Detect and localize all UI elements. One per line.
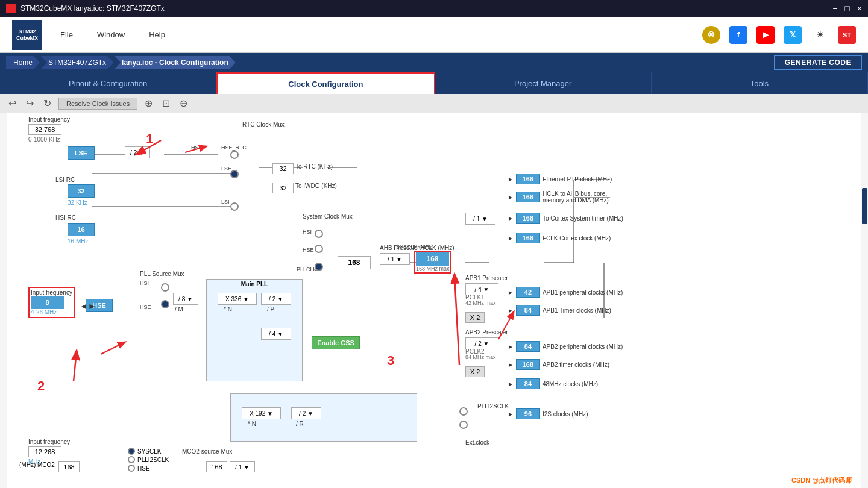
mco2-output-val: 168	[58, 461, 80, 472]
zoom-out-button[interactable]: ⊖	[177, 96, 190, 110]
sysclk-mux-hsi-circle[interactable]	[315, 230, 323, 238]
hse-arrows: ◄►	[80, 301, 96, 311]
svg-line-28	[185, 146, 206, 152]
ahb-prescaler-label: AHB Prescaler	[380, 245, 420, 251]
menu-window[interactable]: Window	[97, 30, 125, 39]
pll-src-hsi-circle[interactable]	[161, 283, 169, 292]
ethernet-ptp-label: Ethernet PTP clock (MHz)	[542, 176, 612, 183]
apb1-prescaler-select[interactable]: / 4 ▼	[465, 283, 498, 295]
hsi-box[interactable]: 16	[68, 223, 95, 236]
pclk2-max: 84 MHz max	[465, 354, 496, 360]
generate-code-button[interactable]: GENERATE CODE	[774, 55, 862, 70]
mco2-plli2s-radio[interactable]	[128, 456, 135, 463]
cortex-div-select[interactable]: / 1 ▼	[465, 213, 495, 225]
breadcrumb-home[interactable]: Home	[6, 56, 40, 69]
iwdg-value: 32	[272, 183, 294, 193]
mco2-options: SYSCLK PLLI2SCLK HSE	[128, 448, 169, 472]
minimize-btn[interactable]: −	[832, 4, 837, 13]
svg-text:PLLI2SCLK: PLLI2SCLK	[477, 403, 509, 410]
mco2-div-select[interactable]: / 1 ▼	[230, 461, 255, 472]
apb1-periph-value: 42	[516, 287, 540, 298]
pll-q-select[interactable]: / 4 ▼	[261, 328, 291, 340]
mco2-hse-option[interactable]: HSE	[128, 465, 169, 472]
apb1-timer-value: 84	[516, 305, 540, 316]
cert-icon[interactable]: ⑩	[702, 26, 720, 44]
annotation-2: 2	[37, 378, 45, 394]
social-icons: ⑩ f ▶ 𝕏 ✳ ST	[702, 26, 856, 44]
input-freq-hse-label: Input frequency	[31, 289, 72, 296]
lsi-box[interactable]: 32	[68, 184, 95, 198]
rtc-mux-lse-circle[interactable]	[230, 170, 239, 178]
facebook-icon[interactable]: f	[729, 26, 747, 44]
plli2s-r-select[interactable]: / 2 ▼	[291, 407, 321, 419]
sysclk-mux-pllclk-circle[interactable]	[315, 263, 323, 271]
close-btn[interactable]: ×	[857, 4, 862, 13]
undo-button[interactable]: ↩	[6, 96, 19, 110]
input-freq-hse-value[interactable]: 8	[31, 296, 64, 309]
window-controls[interactable]: − □ ×	[832, 4, 862, 13]
pll-p-select[interactable]: / 2 ▼	[261, 293, 291, 305]
ahb-prescaler-select[interactable]: / 1 ▼	[380, 253, 410, 265]
mco2-sysclk-radio[interactable]	[128, 448, 135, 455]
annotation-arrows-svg	[7, 113, 861, 488]
48mhz-value: 84	[516, 378, 540, 389]
zoom-in-button[interactable]: ⊕	[142, 96, 155, 110]
youtube-icon[interactable]: ▶	[756, 26, 775, 44]
ethernet-ptp-value: 168	[516, 174, 540, 184]
mco2-sysclk-option[interactable]: SYSCLK	[128, 448, 169, 455]
48mhz-row: ► 84 48MHz clocks (MHz)	[508, 378, 598, 389]
div2-select[interactable]: / 2 ▼	[125, 146, 150, 158]
menu-file[interactable]: File	[60, 30, 73, 39]
sysclk-mux-hse-circle[interactable]	[315, 245, 323, 253]
breadcrumb-current[interactable]: lanya.ioc - Clock Configuration	[115, 56, 236, 69]
refresh-button[interactable]: ↻	[41, 96, 54, 110]
menu-help[interactable]: Help	[149, 30, 165, 39]
main-pll-box: Main PLL X 336 ▼ * N / 2 ▼ / P / 4 ▼	[206, 279, 303, 381]
rtc-mux-hse-circle[interactable]	[230, 151, 239, 159]
apb1-timer-row: ► 84 APB1 Timer clocks (MHz)	[508, 305, 611, 316]
scrollbar-thumb[interactable]	[862, 188, 867, 224]
hclk-ahb-row: ► 168 HCLK to AHB bus, core, memory and …	[508, 190, 627, 204]
input-freq-bottom-value: 12.268	[28, 446, 61, 457]
resolve-clock-button[interactable]: Resolve Clock Issues	[58, 98, 137, 110]
pll-m-label: / M	[175, 306, 183, 313]
lse-box[interactable]: LSE	[68, 146, 95, 160]
input-freq-lse-value[interactable]: 32.768	[28, 124, 61, 135]
st-logo[interactable]: ST	[838, 26, 856, 44]
tab-clock[interactable]: Clock Configuration	[216, 72, 435, 94]
tab-pinout[interactable]: Pinout & Configuration	[0, 72, 216, 94]
apb1-timer-x2: X 2	[465, 312, 485, 323]
main-pll-label: Main PLL	[207, 281, 302, 287]
apb2-prescaler-select[interactable]: / 2 ▼	[465, 337, 498, 349]
right-scrollbar[interactable]	[861, 113, 868, 488]
app-logo-small	[6, 4, 16, 13]
enable-css-button[interactable]: Enable CSS	[312, 336, 360, 349]
app-logo: STM32CubeMX	[12, 20, 42, 50]
maximize-btn[interactable]: □	[844, 4, 849, 13]
pll-n-select[interactable]: X 336 ▼	[218, 293, 257, 305]
fit-button[interactable]: ⊡	[160, 96, 172, 110]
pll-m-select[interactable]: / 8 ▼	[173, 293, 198, 305]
scrollbar-track[interactable]	[861, 113, 868, 488]
mco2-hse-radio[interactable]	[128, 465, 135, 472]
i2s-mux-ext-circle[interactable]	[459, 421, 468, 429]
redo-button[interactable]: ↪	[24, 96, 36, 110]
star-icon[interactable]: ✳	[811, 26, 829, 44]
rtc-mux-lsi-circle[interactable]	[230, 202, 239, 211]
twitter-icon[interactable]: 𝕏	[784, 26, 802, 44]
title-bar: STM32CubeMX lanya.ioc: STM32F407ZGTx − □…	[0, 0, 868, 17]
mco2-plli2s-option[interactable]: PLLI2SCLK	[128, 456, 169, 463]
breadcrumb-device[interactable]: STM32F407ZGTx	[41, 56, 113, 69]
input-freq-hse-range: 4-26 MHz	[31, 309, 72, 316]
pll-src-hse-circle[interactable]	[161, 300, 169, 308]
tab-project-manager[interactable]: Project Manager	[435, 72, 652, 94]
svg-text:PLL Source Mux: PLL Source Mux	[140, 271, 184, 277]
i2s-mux-plli2s-circle[interactable]	[459, 407, 468, 416]
plli2s-box: X 192 ▼ * N / 2 ▼ / R	[230, 393, 417, 442]
fclk-label: FCLK Cortex clock (MHz)	[542, 235, 611, 242]
tab-tools[interactable]: Tools	[652, 72, 868, 94]
lsi-label: LSI RC	[55, 177, 75, 183]
plli2s-n-select[interactable]: X 192 ▼	[242, 407, 281, 419]
apb2-periph-row: ► 84 APB2 peripheral clocks (MHz)	[508, 341, 623, 352]
iwdg-label: To IWDG (KHz)	[295, 183, 337, 189]
